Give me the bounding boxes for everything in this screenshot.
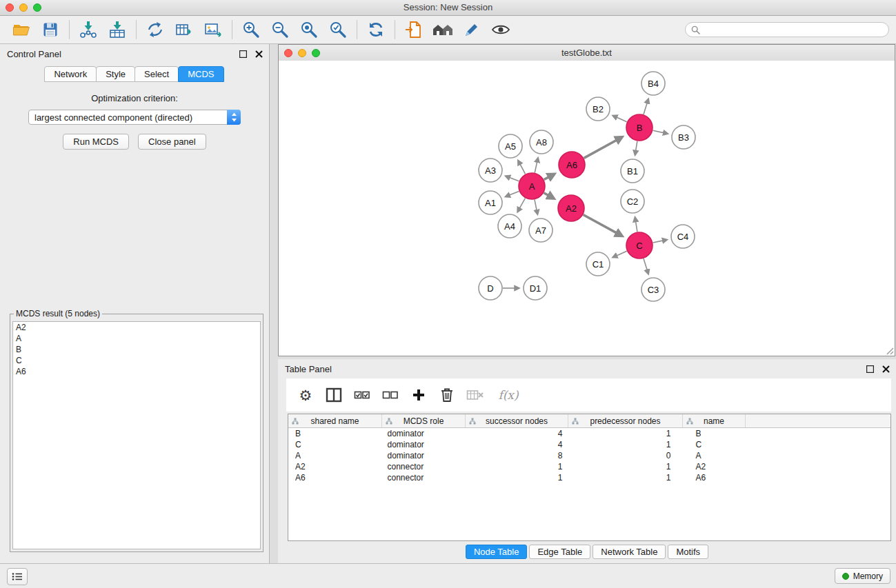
search-field[interactable] bbox=[685, 22, 889, 37]
tab-network[interactable]: Network bbox=[44, 66, 97, 82]
graph-node-C4[interactable]: C4 bbox=[671, 225, 695, 248]
table-cell[interactable]: connector bbox=[382, 472, 466, 483]
table-cell[interactable]: A bbox=[683, 450, 746, 461]
table-row[interactable]: Adominator80A bbox=[288, 450, 890, 461]
table-cell[interactable]: 0 bbox=[568, 450, 683, 461]
graph-edge-C-C3[interactable] bbox=[644, 258, 648, 274]
graph-node-A1[interactable]: A1 bbox=[479, 191, 502, 214]
network-close-button[interactable] bbox=[284, 49, 292, 57]
minimize-window-button[interactable] bbox=[19, 3, 28, 12]
import-table-button[interactable] bbox=[103, 18, 132, 41]
graph-edge-A-A2[interactable] bbox=[544, 193, 553, 199]
search-input[interactable] bbox=[703, 24, 883, 36]
select-all-button[interactable] bbox=[351, 384, 373, 406]
resize-grip-icon[interactable] bbox=[886, 347, 894, 355]
graph-node-A2[interactable]: A2 bbox=[558, 195, 584, 221]
table-cell[interactable]: dominator bbox=[382, 428, 466, 440]
table-cell[interactable]: A6 bbox=[683, 472, 746, 483]
close-table-panel-icon[interactable] bbox=[881, 364, 890, 374]
criterion-dropdown[interactable]: largest connected component (directed) bbox=[28, 110, 241, 125]
function-builder-button[interactable]: f(x) bbox=[492, 384, 524, 406]
column-header-mcds-role[interactable]: MCDS role bbox=[382, 414, 466, 428]
graph-edge-A-A4[interactable] bbox=[518, 199, 526, 212]
table-cell[interactable]: B bbox=[288, 428, 382, 440]
mcds-result-item[interactable]: A2 bbox=[13, 322, 260, 333]
float-table-panel-icon[interactable] bbox=[865, 364, 875, 374]
graph-node-B4[interactable]: B4 bbox=[641, 72, 665, 95]
graph-node-C[interactable]: C bbox=[626, 232, 653, 258]
table-row[interactable]: Bdominator41B bbox=[288, 428, 890, 440]
table-cell[interactable]: A2 bbox=[288, 461, 382, 472]
open-folder-button[interactable] bbox=[7, 18, 36, 41]
table-cell[interactable]: 1 bbox=[568, 472, 683, 483]
zoom-selected-button[interactable] bbox=[323, 18, 352, 41]
graph-edge-B-B4[interactable] bbox=[644, 99, 648, 114]
table-row[interactable]: A2connector11A2 bbox=[288, 461, 890, 472]
graph-edge-B-B3[interactable] bbox=[653, 130, 668, 134]
graph-node-A7[interactable]: A7 bbox=[529, 219, 552, 242]
tab-edge-table[interactable]: Edge Table bbox=[529, 545, 590, 559]
tab-motifs[interactable]: Motifs bbox=[668, 545, 708, 559]
graph-node-D[interactable]: D bbox=[479, 276, 502, 300]
table-cell[interactable]: 1 bbox=[568, 428, 683, 440]
graph-node-A6[interactable]: A6 bbox=[559, 152, 585, 178]
table-cell[interactable]: A6 bbox=[288, 472, 382, 483]
show-home-button[interactable] bbox=[428, 18, 457, 41]
graph-node-B2[interactable]: B2 bbox=[586, 97, 610, 121]
choose-columns-button[interactable] bbox=[323, 384, 345, 406]
table-cell[interactable]: connector bbox=[382, 461, 466, 472]
table-row[interactable]: A6connector11A6 bbox=[288, 472, 890, 483]
table-cell[interactable]: A bbox=[288, 450, 382, 461]
graph-node-A[interactable]: A bbox=[519, 173, 545, 199]
graph-node-C2[interactable]: C2 bbox=[621, 190, 644, 213]
deselect-all-button[interactable] bbox=[379, 384, 401, 406]
graph-edge-C-C1[interactable] bbox=[613, 251, 627, 257]
zoom-fit-button[interactable] bbox=[295, 18, 323, 41]
graph-node-A3[interactable]: A3 bbox=[479, 159, 502, 182]
tab-network-table[interactable]: Network Table bbox=[593, 545, 666, 559]
graph-node-C1[interactable]: C1 bbox=[586, 252, 610, 276]
delete-column-button[interactable] bbox=[436, 384, 458, 406]
table-cell[interactable]: A2 bbox=[683, 461, 746, 472]
node-table[interactable]: shared nameMCDS rolesuccessor nodesprede… bbox=[288, 414, 891, 541]
highlighter-button[interactable] bbox=[457, 18, 486, 41]
graph-node-B[interactable]: B bbox=[626, 114, 653, 141]
table-cell[interactable]: dominator bbox=[382, 450, 466, 461]
export-table-button[interactable] bbox=[170, 18, 199, 41]
graph-node-A4[interactable]: A4 bbox=[498, 214, 521, 238]
table-settings-button[interactable]: ⚙ bbox=[295, 384, 317, 406]
show-hide-button[interactable] bbox=[486, 18, 515, 41]
graph-edge-C-C2[interactable] bbox=[635, 218, 637, 232]
graph-edge-B-B1[interactable] bbox=[635, 141, 637, 155]
mcds-result-list[interactable]: A2ABCA6 bbox=[12, 321, 261, 549]
table-cell[interactable]: C bbox=[683, 439, 746, 450]
column-header-name[interactable]: name bbox=[683, 414, 746, 428]
close-panel-icon[interactable] bbox=[254, 49, 263, 59]
column-header-successor-nodes[interactable]: successor nodes bbox=[466, 414, 568, 428]
task-history-button[interactable] bbox=[7, 568, 28, 585]
table-cell[interactable]: 4 bbox=[466, 428, 568, 440]
graph-node-B3[interactable]: B3 bbox=[672, 125, 695, 149]
table-cell[interactable]: dominator bbox=[382, 439, 466, 450]
column-header-shared-name[interactable]: shared name bbox=[288, 414, 382, 428]
float-panel-icon[interactable] bbox=[238, 49, 248, 59]
mcds-result-item[interactable]: B bbox=[13, 344, 260, 355]
graph-edge-A-A1[interactable] bbox=[506, 191, 519, 196]
table-cell[interactable]: B bbox=[683, 428, 746, 440]
graph-edge-A-A6[interactable] bbox=[544, 174, 555, 180]
graph-node-A8[interactable]: A8 bbox=[530, 130, 553, 154]
close-panel-button[interactable]: Close panel bbox=[138, 134, 206, 150]
tab-select[interactable]: Select bbox=[135, 66, 179, 82]
apply-layout-button[interactable] bbox=[361, 18, 390, 41]
table-row[interactable]: Cdominator41C bbox=[288, 439, 890, 450]
run-mcds-button[interactable]: Run MCDS bbox=[63, 134, 129, 150]
save-session-button[interactable] bbox=[36, 18, 65, 41]
memory-button[interactable]: Memory bbox=[835, 568, 890, 584]
zoom-window-button[interactable] bbox=[33, 3, 41, 12]
table-cell[interactable]: C bbox=[288, 439, 382, 450]
mcds-result-item[interactable]: A bbox=[13, 333, 260, 344]
open-recent-file-button[interactable] bbox=[399, 18, 428, 41]
graph-edge-C-C4[interactable] bbox=[653, 240, 667, 243]
graph-edge-A-A5[interactable] bbox=[518, 161, 525, 174]
table-cell[interactable]: 1 bbox=[466, 461, 568, 472]
